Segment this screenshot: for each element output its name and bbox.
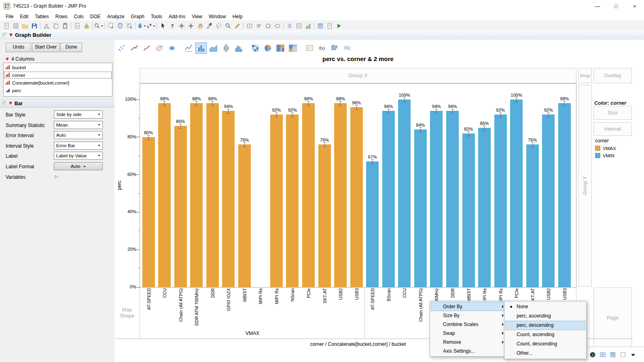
palette-map-shapes-icon[interactable] [329, 42, 340, 54]
y-tick-label[interactable]: 20% [120, 247, 136, 252]
crosshair-tool-icon[interactable] [177, 22, 186, 30]
context-menu-axis-settings[interactable]: Axis Settings... [431, 347, 507, 356]
x-tick-label-vmax-ccu[interactable]: CCU [162, 288, 167, 327]
submenu-count-descending[interactable]: Count, descending [505, 339, 585, 349]
brush-tool-icon[interactable] [205, 22, 214, 30]
grid-view-icon[interactable] [294, 22, 303, 30]
selection-tool-icon[interactable] [186, 22, 195, 30]
column-item-perc[interactable]: perc [4, 87, 112, 94]
x-tick-label-vmin-chain-all-atpg[interactable]: Chain (All ATPG) [417, 288, 423, 327]
palette-smoother-icon[interactable] [129, 42, 140, 54]
new-journal-icon[interactable] [2, 22, 11, 30]
x-tick-label-vmax-usb2[interactable]: USB2 [338, 288, 343, 327]
menu-file[interactable]: File [2, 13, 17, 20]
error-interval-dropdown[interactable]: Auto [54, 131, 103, 139]
red-triangle-menu-icon[interactable] [9, 34, 13, 37]
zoom-tool-icon[interactable] [94, 22, 103, 30]
page-drop-zone[interactable]: Page [593, 288, 632, 348]
arrow-tool-icon[interactable] [158, 22, 167, 30]
bar-vmax-pcie[interactable] [302, 103, 315, 287]
bar-vmax-ddr-atm-700mhz[interactable] [190, 103, 203, 287]
overlay-drop-zone[interactable]: Overlay [593, 68, 632, 83]
paste-icon[interactable] [60, 22, 70, 30]
import-data-icon[interactable] [106, 22, 115, 30]
menu-view[interactable]: View [189, 13, 205, 20]
journal-icon[interactable] [325, 22, 334, 30]
color-zone-label[interactable]: Color: corner [594, 100, 626, 106]
collapse-icon[interactable] [2, 32, 7, 38]
submenu-perc-ascending[interactable]: perc, ascending [505, 311, 585, 321]
legend-swatch-vmin[interactable] [595, 153, 600, 158]
palette-ellipse-icon[interactable] [154, 42, 165, 54]
menu-doe[interactable]: DOE [87, 13, 104, 20]
bar-vmin-chain-all-atpg[interactable] [414, 129, 427, 287]
bar-vmin-mbist[interactable] [462, 133, 475, 287]
palette-points-icon[interactable] [116, 42, 127, 54]
new-column-icon[interactable] [125, 22, 134, 30]
x-tick-label-vmin-at-speed[interactable]: AT-SPEED [370, 288, 375, 327]
column-item-corner[interactable]: corner [4, 71, 112, 79]
x-tick-label-vmax-at-speed[interactable]: AT-SPEED [146, 288, 151, 327]
palette-heatmap-icon[interactable] [250, 42, 261, 54]
bar-collapse-icon[interactable] [2, 101, 6, 106]
menu-help[interactable]: Help [229, 13, 246, 20]
bar-vmax-mbist[interactable] [238, 144, 251, 287]
x-tick-label-vmax-usb3[interactable]: USB3 [354, 288, 359, 327]
column-item-bucket[interactable]: bucket [4, 64, 112, 71]
bar-vmin-mipi-rx[interactable] [494, 114, 507, 287]
menu-cols[interactable]: Cols [71, 13, 87, 20]
bar-red-triangle-icon[interactable] [9, 102, 12, 105]
variables-expander-icon[interactable]: ▷ [55, 174, 58, 179]
bar-vmax-ccu[interactable] [158, 103, 171, 287]
legend-swatch-vmax[interactable] [595, 146, 600, 151]
polygon-annotation-icon[interactable] [263, 22, 273, 30]
y-tick-label[interactable]: 80% [120, 134, 136, 139]
menu-tools[interactable]: Tools [148, 13, 165, 20]
cut-icon[interactable] [42, 22, 51, 30]
bar-vmin-ddr-atm-700mhz[interactable] [430, 111, 443, 287]
menu-tables[interactable]: Tables [32, 13, 52, 20]
close-button[interactable]: × [625, 0, 644, 12]
line-annotation-icon[interactable] [254, 22, 263, 30]
interval-style-dropdown[interactable]: Error Bar [54, 142, 103, 150]
interval-drop-zone[interactable]: Interval [593, 122, 632, 136]
x-tick-label-vmax-mipi-re[interactable]: MIPI Re [258, 288, 263, 327]
x-tick-label-vmax-ddr[interactable]: DDR [210, 288, 215, 327]
menu-rows[interactable]: Rows [52, 13, 71, 20]
menu-graph[interactable]: Graph [127, 13, 147, 20]
menu-add-ins[interactable]: Add-Ins [165, 13, 189, 20]
x-tick-label-vmax-pcie[interactable]: PCIe [306, 288, 311, 327]
bar-vmax-nscan[interactable] [286, 114, 299, 287]
x-tick-label-vmax-gpio-iozx[interactable]: GPIO IOZX [226, 288, 231, 327]
row-colors-icon[interactable] [137, 22, 146, 30]
context-menu-remove[interactable]: Remove [431, 338, 507, 347]
bar-vmin-pcie[interactable] [510, 99, 523, 287]
palette-pie-icon[interactable] [262, 42, 273, 54]
context-menu-order-by[interactable]: Order By [431, 302, 507, 311]
context-menu-size-by[interactable]: Size By [431, 311, 507, 320]
x-tick-label-vmin-bscan[interactable]: BScan [386, 288, 391, 327]
label-dropdown[interactable]: Label by Value [54, 152, 103, 160]
maximize-button[interactable]: □ [607, 0, 625, 12]
x-tick-label-vmax-mipi-rx[interactable]: MIPI Rx [273, 288, 279, 327]
copy-icon[interactable] [51, 22, 60, 30]
group-x-drop-zone[interactable]: Group X [140, 68, 576, 83]
submenu-perc-descending[interactable]: perc, descending [505, 321, 585, 330]
palette-formula-icon[interactable]: f(x) [316, 42, 328, 54]
open-window-icon[interactable] [599, 351, 606, 358]
group-y-drop-zone[interactable]: Group Y [578, 85, 592, 286]
palette-line-icon[interactable] [183, 42, 194, 54]
palette-parallel-icon[interactable] [341, 42, 353, 54]
row-markers-icon[interactable] [146, 22, 155, 30]
wrap-drop-zone[interactable]: Wrap [578, 68, 592, 83]
columns-red-triangle-icon[interactable] [6, 58, 9, 61]
column-item-concatenate-bucket-corner[interactable]: Concatenate[bucket,corner] [4, 79, 112, 87]
summary-statistic-dropdown[interactable]: Mean [54, 121, 103, 129]
annotate-tool-icon[interactable] [233, 22, 242, 30]
palette-area-icon[interactable] [208, 42, 219, 54]
database-icon[interactable] [115, 22, 125, 30]
open-icon[interactable] [20, 22, 30, 30]
bar-vmin-skt-at[interactable] [526, 144, 539, 287]
magnifier-tool-icon[interactable] [223, 22, 233, 30]
x-tick-label-vmax-chain-all-atpg[interactable]: Chain (All ATPG) [178, 288, 183, 327]
